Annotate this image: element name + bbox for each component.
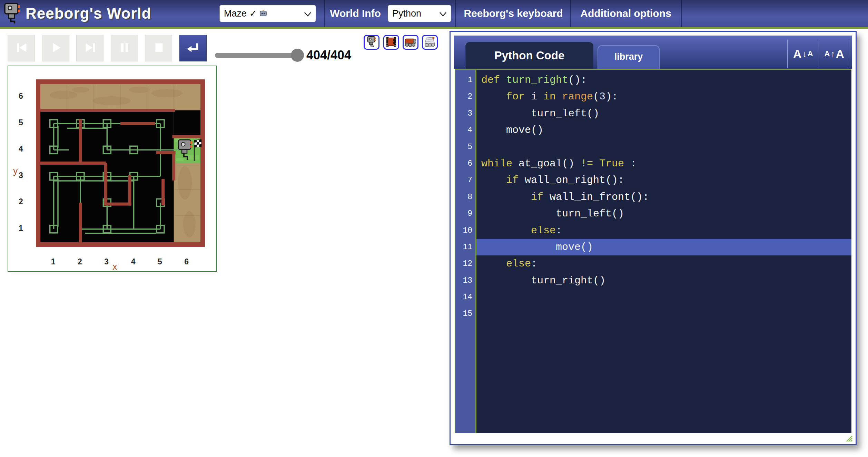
nav-separator: [570, 0, 571, 27]
code-token: [593, 158, 599, 169]
font-letter: A: [825, 49, 830, 58]
code-line-11[interactable]: move(): [476, 239, 851, 255]
nav-separator: [455, 0, 456, 27]
code-token: 3: [599, 91, 605, 103]
increase-font-button[interactable]: A ↑ A: [819, 40, 850, 68]
code-line-6[interactable]: while at_goal() != True :: [476, 155, 851, 172]
code-line-8[interactable]: if wall_in_front():: [476, 189, 851, 205]
additional-options-button[interactable]: Additional options: [574, 0, 678, 27]
frame-slider-handle[interactable]: [291, 49, 304, 62]
code-line-12[interactable]: else:: [476, 255, 851, 272]
classic-robot-button[interactable]: [364, 35, 379, 50]
code-token: :: [531, 258, 537, 270]
step-button[interactable]: [179, 35, 207, 61]
stop-button[interactable]: [145, 35, 172, 61]
app-logo: Reeborg's World: [3, 3, 151, 24]
language-select-value: Python: [392, 8, 421, 19]
robot-emoji-icon: [259, 10, 267, 17]
code-line-10[interactable]: else:: [476, 222, 851, 239]
code-token: turn_left(): [481, 108, 599, 119]
decrease-font-button[interactable]: A ↓ A: [787, 40, 818, 68]
app-title: Reeborg's World: [26, 5, 151, 22]
line-number-gutter: 123456789101112131415: [455, 70, 475, 433]
line-number-6: 6: [455, 155, 475, 172]
go-to-beginning-button[interactable]: [8, 35, 35, 61]
line-number-3: 3: [455, 105, 475, 122]
code-editor: 123456789101112131415 def turn_right(): …: [455, 69, 851, 433]
code-token: for: [506, 91, 525, 103]
code-token: move(): [481, 241, 593, 253]
code-line-3[interactable]: turn_left(): [476, 105, 851, 122]
code-token: turn_right(): [481, 275, 605, 286]
nav-separator: [681, 0, 682, 27]
frame-counter: 404/404: [306, 48, 351, 62]
code-token: [481, 258, 506, 270]
code-line-15[interactable]: [476, 305, 851, 322]
code-token: :: [624, 158, 637, 169]
code-line-1[interactable]: def turn_right():: [476, 72, 851, 88]
code-line-4[interactable]: move(): [476, 122, 851, 138]
line-number-2: 2: [455, 88, 475, 105]
code-token: [481, 191, 531, 203]
code-line-9[interactable]: turn_left(): [476, 205, 851, 222]
y-axis-tick-6: 6: [19, 91, 23, 101]
skip-to-end-button[interactable]: [76, 35, 103, 61]
x-axis-tick-6: 6: [184, 257, 189, 266]
stop-icon: [151, 40, 167, 56]
code-line-13[interactable]: turn_right(): [476, 272, 851, 289]
code-token: [556, 91, 562, 103]
tab-python-code[interactable]: Python Code: [465, 42, 593, 69]
maze-canvas: [36, 79, 205, 247]
code-token: [481, 225, 531, 236]
code-token: else: [531, 225, 556, 236]
play-button[interactable]: [42, 35, 69, 61]
code-line-14[interactable]: [476, 289, 851, 305]
line-number-7: 7: [455, 172, 475, 188]
line-number-14: 14: [455, 289, 475, 305]
code-line-2[interactable]: for i in range(3):: [476, 88, 851, 105]
font-letter: A: [808, 49, 813, 58]
code-token: turn_right: [506, 74, 568, 86]
top-navbar: Reeborg's World Maze ✓ World Info Python…: [0, 0, 868, 29]
code-token: (: [593, 91, 599, 103]
code-line-5[interactable]: [476, 139, 851, 155]
code-token: i: [525, 91, 543, 103]
line-number-12: 12: [455, 255, 475, 272]
x-axis-tick-1: 1: [51, 257, 56, 266]
code-text-area[interactable]: def turn_right(): for i in range(3): tur…: [476, 70, 851, 433]
y-axis-tick-3: 3: [19, 171, 23, 180]
line-number-11: 11: [455, 239, 475, 255]
x-axis-tick-2: 2: [78, 257, 82, 266]
skip-to-start-icon: [13, 40, 29, 56]
top-view-robot-icon: [385, 36, 398, 49]
reeborg-keyboard-button[interactable]: Reeborg's keyboard: [459, 0, 568, 27]
code-token: while: [481, 158, 512, 169]
font-letter: A: [836, 47, 844, 61]
code-token: [481, 91, 506, 103]
pause-button[interactable]: [111, 35, 138, 61]
line-number-5: 5: [455, 139, 475, 155]
font-letter: A: [793, 47, 802, 61]
world-info-button[interactable]: World Info: [326, 0, 384, 27]
frame-slider-track[interactable]: [215, 53, 300, 58]
rover-robot-icon: [404, 36, 417, 49]
rover-robot-button[interactable]: [403, 35, 418, 50]
code-token: !=: [581, 158, 593, 169]
line-number-1: 1: [455, 72, 475, 88]
play-icon: [48, 40, 64, 56]
language-select[interactable]: Python: [388, 5, 451, 22]
world-select[interactable]: Maze ✓: [219, 5, 316, 22]
world-view: 654321123456 y x: [8, 66, 217, 272]
resize-handle[interactable]: [844, 433, 853, 442]
white-rover-robot-button[interactable]: [422, 35, 438, 50]
code-token: ):: [605, 91, 618, 103]
top-view-robot-button[interactable]: [383, 35, 399, 50]
line-number-4: 4: [455, 122, 475, 138]
line-number-8: 8: [455, 189, 475, 205]
code-token: turn_left(): [481, 208, 624, 220]
tab-library[interactable]: library: [598, 45, 660, 69]
y-axis-tick-1: 1: [19, 224, 23, 233]
x-axis-tick-3: 3: [104, 257, 109, 266]
code-line-7[interactable]: if wall_on_right():: [476, 172, 851, 188]
line-number-9: 9: [455, 205, 475, 222]
